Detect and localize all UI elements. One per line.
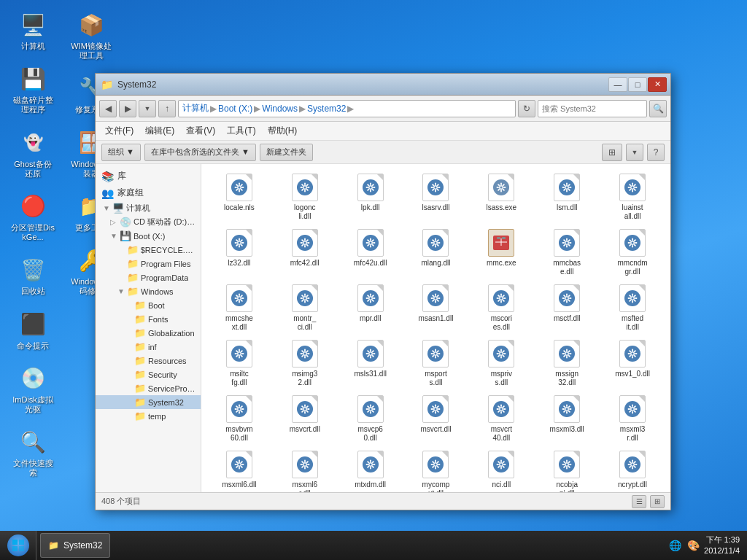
list-item[interactable]: msxml6r.dll	[273, 447, 337, 492]
list-item[interactable]: msls31.dll	[338, 336, 403, 390]
list-item[interactable]: mmcbase.dll	[535, 225, 599, 279]
list-item[interactable]: mfc42.dll	[273, 225, 337, 279]
list-item[interactable]: ncobjapi.dll	[535, 447, 599, 492]
list-item[interactable]: msxml3.dll	[535, 392, 599, 446]
sidebar-serviceprofile[interactable]: 📁 ServiceProfi...	[96, 381, 201, 395]
forward-button[interactable]: ▶	[119, 100, 136, 117]
list-item[interactable]: msctf.dll	[535, 281, 599, 335]
list-item[interactable]: ncrypt.dll	[600, 447, 665, 492]
sidebar-windows[interactable]: ▼ 📁 Windows	[96, 284, 201, 298]
list-item[interactable]: msv1_0.dll	[600, 336, 665, 390]
help-button[interactable]: ?	[647, 144, 665, 161]
list-item[interactable]: msimg32.dll	[273, 336, 337, 390]
sidebar-library[interactable]: 📚 库	[96, 168, 201, 184]
desktop-icon-computer[interactable]: 🖥️ 计算机	[7, 7, 58, 54]
sidebar-inf[interactable]: 📁 inf	[96, 340, 201, 354]
desktop-icon-recycle[interactable]: 🗑️ 回收站	[7, 252, 58, 299]
list-item[interactable]: msvcrt.dll	[404, 392, 468, 446]
search-input[interactable]	[538, 100, 647, 117]
sidebar-recycle-bin[interactable]: 📁 $RECYCLE.BIN	[96, 243, 201, 257]
back-button[interactable]: ◀	[99, 100, 117, 117]
list-item[interactable]: msvcrt40.dll	[469, 392, 533, 446]
list-item[interactable]: mpr.dll	[338, 281, 403, 335]
tray-clock[interactable]: 下午 1:39 2012/11/4	[704, 534, 740, 557]
taskbar-item-explorer[interactable]: 📁 System32	[40, 533, 110, 558]
tray-color-icon[interactable]: 🎨	[686, 538, 700, 553]
breadcrumb-windows[interactable]: Windows	[262, 104, 298, 114]
up-button[interactable]: ↑	[158, 100, 176, 117]
sidebar-cd-drive[interactable]: ▷ 💿 CD 驱动器 (D:) 迅	[96, 215, 201, 229]
view-dropdown-button[interactable]: ▼	[626, 144, 643, 161]
sidebar-temp[interactable]: 📁 temp	[96, 409, 201, 423]
list-item[interactable]: msftedit.dll	[600, 281, 665, 335]
list-item[interactable]: msvcrt.dll	[273, 392, 337, 446]
organize-button[interactable]: 组织 ▼	[101, 144, 141, 161]
list-item[interactable]: lsm.dll	[535, 170, 599, 224]
desktop-icon-imdisk[interactable]: 💿 ImDisk虚拟光驱	[7, 361, 58, 417]
sidebar-programdata[interactable]: 📁 ProgramData	[96, 271, 201, 284]
view-options-button[interactable]: ⊞	[602, 144, 622, 161]
list-item[interactable]: msprivs.dll	[469, 336, 533, 390]
desktop-icon-ghost[interactable]: 👻 Ghost备份还原	[7, 125, 58, 182]
sidebar-resources[interactable]: 📁 Resources	[96, 354, 201, 368]
list-item[interactable]: montr_ci.dll	[273, 281, 337, 335]
menu-view[interactable]: 查看(V)	[180, 123, 221, 139]
list-item[interactable]: logoncli.dll	[273, 170, 337, 224]
list-item[interactable]: luainstall.dll	[600, 170, 665, 224]
list-item[interactable]: lpk.dll	[338, 170, 403, 224]
menu-help[interactable]: 帮助(H)	[262, 123, 303, 139]
list-item[interactable]: mssign32.dll	[535, 336, 599, 390]
list-item[interactable]: msvcр60.dll	[338, 392, 403, 446]
sidebar-boot-folder[interactable]: 📁 Boot	[96, 298, 201, 312]
list-item[interactable]: mmcndmgr.dll	[600, 225, 665, 279]
list-item[interactable]: nci.dll	[469, 447, 533, 492]
sidebar-program-files[interactable]: 📁 Program Files	[96, 257, 201, 271]
list-item[interactable]: msvbvm60.dll	[207, 392, 271, 446]
sidebar-system32[interactable]: 📁 System32	[96, 395, 201, 409]
list-item[interactable]: lz32.dll	[207, 225, 271, 279]
menu-edit[interactable]: 编辑(E)	[139, 123, 180, 139]
detail-view-button[interactable]: ⊞	[650, 495, 665, 508]
refresh-button[interactable]: ↻	[518, 100, 535, 117]
menu-file[interactable]: 文件(F)	[99, 123, 139, 139]
list-item[interactable]: mmcshext.dll	[207, 281, 271, 335]
list-item[interactable]: lsasrv.dll	[404, 170, 468, 224]
breadcrumb-computer[interactable]: 计算机	[182, 102, 209, 114]
list-item[interactable]: mtxdm.dll	[338, 447, 403, 492]
start-button[interactable]	[0, 531, 36, 560]
desktop-icon-diskgenius[interactable]: 🔴 分区管理DiskGe...	[7, 189, 58, 245]
minimize-button[interactable]: —	[608, 77, 627, 92]
list-item[interactable]: msports.dll	[404, 336, 468, 390]
include-in-library-button[interactable]: 在库中包含所选的文件夹 ▼	[144, 144, 256, 161]
maximize-button[interactable]: □	[628, 77, 647, 92]
sidebar-computer[interactable]: ▼ 🖥️ 计算机	[96, 201, 201, 215]
sidebar-fonts[interactable]: 📁 Fonts	[96, 312, 201, 326]
desktop-icon-disk-manager[interactable]: 💾 磁盘碎片整理程序	[7, 61, 58, 117]
breadcrumb-boot[interactable]: Boot (X:)	[218, 104, 252, 114]
sidebar-boot[interactable]: ▼ 💾 Boot (X:)	[96, 229, 201, 243]
sidebar-homegroup[interactable]: 👥 家庭组	[96, 184, 201, 201]
desktop-icon-file-search[interactable]: 🔍 文件快速搜索	[7, 424, 58, 481]
list-view-button[interactable]: ☰	[632, 495, 646, 508]
list-item[interactable]: locale.nls	[207, 170, 271, 224]
list-item[interactable]: msxml6.dll	[207, 447, 271, 492]
search-button[interactable]: 🔍	[649, 100, 667, 117]
recent-button[interactable]: ▼	[139, 100, 156, 117]
desktop-icon-wim[interactable]: 📦 WIM镜像处理工具	[66, 7, 117, 63]
list-item[interactable]: mscories.dll	[469, 281, 533, 335]
breadcrumb-system32[interactable]: System32	[307, 104, 346, 114]
tray-network-icon[interactable]: 🌐	[667, 538, 682, 553]
list-item[interactable]: mlang.dll	[404, 225, 468, 279]
list-item[interactable]: mycomput.dll	[404, 447, 468, 492]
list-item[interactable]: lsass.exe	[469, 170, 533, 224]
close-button[interactable]: ✕	[648, 77, 667, 92]
list-item[interactable]: mmc.exe	[469, 225, 533, 279]
list-item[interactable]: msxml3r.dll	[600, 392, 665, 446]
list-item[interactable]: msiltcfg.dll	[207, 336, 271, 390]
menu-tools[interactable]: 工具(T)	[221, 123, 261, 139]
sidebar-security[interactable]: 📁 Security	[96, 368, 201, 381]
sidebar-globalization[interactable]: 📁 Globalization	[96, 326, 201, 340]
new-folder-button[interactable]: 新建文件夹	[260, 144, 313, 161]
list-item[interactable]: mfc42u.dll	[338, 225, 403, 279]
list-item[interactable]: msasn1.dll	[404, 281, 468, 335]
